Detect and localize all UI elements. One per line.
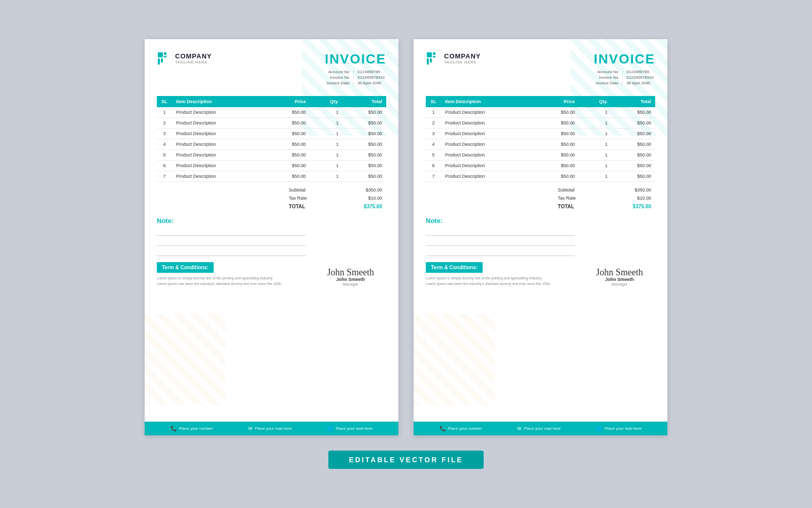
- row-total: $50.00: [612, 118, 655, 129]
- invoice-date-value-1: 30 April 2045: [356, 80, 386, 86]
- footer-email-1: ✉ Place your mail here: [248, 426, 292, 431]
- total-label-1: TOTAL: [285, 202, 335, 211]
- bottom-section-2: Term & Conditions: Lorem Ipsum is simply…: [426, 262, 655, 322]
- row-total: $50.00: [612, 139, 655, 150]
- invoice-no-value-2: 012345678910: [625, 75, 655, 80]
- table-row: 1 Product Description $50.00 1 $50.00: [426, 107, 655, 118]
- invoice-no-label-2: Invoice No: [594, 75, 620, 80]
- svg-rect-9: [430, 58, 432, 62]
- svg-rect-2: [164, 56, 166, 57]
- row-sl: 3: [426, 129, 441, 139]
- footer-web-2: 🌐 Place your web here: [596, 426, 641, 431]
- signature-script-2: John Smeeth: [596, 268, 644, 277]
- footer-phone-text-1: Place your number: [179, 426, 213, 431]
- web-icon-1: 🌐: [327, 426, 333, 431]
- bottom-section-1: Term & Conditions: Lorem Ipsum is simply…: [157, 262, 386, 322]
- subtotal-value-1: $350.00: [335, 186, 386, 194]
- footer-email-text-1: Place your mail here: [255, 426, 292, 431]
- total-label-2: TOTAL: [554, 202, 604, 211]
- note-line-5: [426, 239, 575, 246]
- row-qty: 1: [310, 107, 343, 118]
- invoice-footer-2: 📞 Place your number ✉ Place your mail he…: [414, 422, 667, 435]
- table-row: 5 Product Description $50.00 1 $50.00: [426, 150, 655, 161]
- row-price: $50.00: [535, 171, 579, 182]
- row-qty: 1: [579, 129, 612, 139]
- row-qty: 1: [579, 150, 612, 161]
- row-price: $50.00: [266, 139, 310, 150]
- company-logo-icon-2: [426, 51, 440, 66]
- row-qty: 1: [310, 161, 343, 171]
- phone-icon-1: 📞: [171, 426, 177, 431]
- items-table-2: SL Item Description Price Qty. Total 1 P…: [426, 96, 655, 182]
- invoice-date-label-2: Invoice Date: [594, 80, 620, 86]
- note-line-3: [157, 249, 306, 256]
- svg-rect-6: [433, 52, 435, 55]
- subtotal-value-2: $350.00: [604, 186, 655, 194]
- table-row: 2 Product Description $50.00 1 $50.00: [157, 118, 386, 129]
- row-desc: Product Description: [172, 118, 266, 129]
- signature-name-1: John Smeeth: [327, 277, 375, 282]
- signature-block-2: John Smeeth John Smeeth Manager: [596, 268, 644, 287]
- invoice-title-block-2: INVOICE Account No : 0123456789 Invoice …: [594, 51, 655, 86]
- summary-section-1: Subtotal $350.00 Tax Rate $10.00 TOTAL $…: [157, 186, 386, 211]
- table-row: 3 Product Description $50.00 1 $50.00: [426, 129, 655, 139]
- row-sl: 7: [157, 171, 172, 182]
- tax-value-2: $10.00: [604, 194, 655, 202]
- row-qty: 1: [579, 171, 612, 182]
- row-desc: Product Description: [441, 129, 535, 139]
- footer-email-2: ✉ Place your mail here: [517, 426, 561, 431]
- row-total: $50.00: [612, 107, 655, 118]
- items-table-1: SL Item Description Price Qty. Total 1 P…: [157, 96, 386, 182]
- footer-email-text-2: Place your mail here: [524, 426, 561, 431]
- footer-web-text-1: Place your web here: [335, 426, 373, 431]
- invoice-title-block-1: INVOICE Account No : 0123456789 Invoice …: [325, 51, 386, 86]
- row-sl: 5: [426, 150, 441, 161]
- row-total: $50.00: [343, 129, 386, 139]
- phone-icon-2: 📞: [439, 426, 446, 431]
- email-icon-1: ✉: [248, 426, 252, 431]
- row-price: $50.00: [535, 118, 579, 129]
- tagline-2: TAGLINE HERE: [444, 60, 481, 65]
- svg-rect-0: [158, 52, 163, 57]
- row-desc: Product Description: [172, 107, 266, 118]
- svg-rect-3: [158, 58, 160, 65]
- row-desc: Product Description: [441, 139, 535, 150]
- row-qty: 1: [310, 139, 343, 150]
- invoice-meta-1: Account No : 0123456789 Invoice No : 012…: [325, 69, 386, 86]
- invoice-title-2: INVOICE: [594, 51, 655, 67]
- row-sl: 4: [157, 139, 172, 150]
- row-total: $50.00: [612, 129, 655, 139]
- col-total-2: Total: [612, 96, 655, 107]
- tax-label-1: Tax Rate: [285, 194, 335, 202]
- invoice-card-1: COMPANY TAGLINE HERE INVOICE Account No …: [145, 39, 398, 435]
- row-price: $50.00: [266, 118, 310, 129]
- row-desc: Product Description: [172, 171, 266, 182]
- row-qty: 1: [579, 139, 612, 150]
- note-label-2: Note:: [426, 217, 655, 225]
- table-row: 6 Product Description $50.00 1 $50.00: [426, 161, 655, 171]
- note-lines-1: [157, 229, 386, 256]
- note-line-1: [157, 229, 306, 236]
- row-qty: 1: [579, 107, 612, 118]
- row-price: $50.00: [535, 139, 579, 150]
- company-logo-icon-1: [157, 51, 171, 66]
- row-price: $50.00: [535, 107, 579, 118]
- row-desc: Product Description: [441, 107, 535, 118]
- table-row: 4 Product Description $50.00 1 $50.00: [426, 139, 655, 150]
- row-sl: 5: [157, 150, 172, 161]
- invoice-title-1: INVOICE: [325, 51, 386, 67]
- table-row: 1 Product Description $50.00 1 $50.00: [157, 107, 386, 118]
- terms-text-2: Lorem Ipsum is simply dummy text of the …: [426, 276, 552, 287]
- table-row: 3 Product Description $50.00 1 $50.00: [157, 129, 386, 139]
- company-logo-2: COMPANY TAGLINE HERE: [426, 51, 481, 66]
- terms-header-2: Term & Conditions:: [426, 262, 483, 273]
- signature-title-1: Manager: [327, 282, 375, 287]
- account-no-label-2: Account No: [594, 69, 620, 75]
- row-total: $50.00: [343, 150, 386, 161]
- invoice-meta-2: Account No : 0123456789 Invoice No : 012…: [594, 69, 655, 86]
- row-qty: 1: [579, 161, 612, 171]
- invoice-header-1: COMPANY TAGLINE HERE INVOICE Account No …: [157, 51, 386, 86]
- note-lines-2: [426, 229, 655, 256]
- row-qty: 1: [310, 129, 343, 139]
- row-desc: Product Description: [172, 139, 266, 150]
